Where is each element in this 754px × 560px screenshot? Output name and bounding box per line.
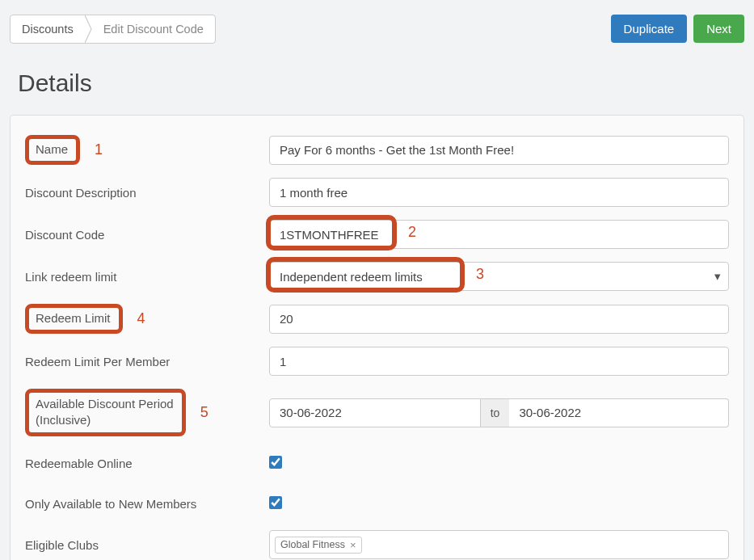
redeem-limit-label: Redeem Limit: [36, 311, 111, 325]
breadcrumb-edit: Edit Discount Code: [92, 15, 215, 43]
date-to-addon: to: [481, 398, 510, 427]
redeem-limit-per-member-label: Redeem Limit Per Member: [25, 355, 170, 368]
breadcrumb: Discounts Edit Discount Code: [10, 15, 216, 44]
annotation-number-5: 5: [200, 404, 209, 421]
annotation-number-1: 1: [95, 141, 103, 158]
breadcrumb-label: Discounts: [22, 23, 74, 36]
breadcrumb-discounts[interactable]: Discounts: [11, 15, 85, 43]
available-period-label: Available Discount Period (Inclusive): [36, 397, 174, 427]
only-new-members-label: Only Available to New Members: [25, 497, 196, 511]
club-tag: Global Fitness ×: [275, 537, 362, 554]
date-from-input[interactable]: [269, 398, 481, 427]
annotation-highlight-5: Available Discount Period (Inclusive): [25, 389, 186, 436]
code-input[interactable]: [269, 220, 729, 249]
eligible-clubs-input[interactable]: Global Fitness ×: [269, 530, 729, 559]
club-tag-label: Global Fitness: [280, 539, 345, 550]
close-icon[interactable]: ×: [350, 539, 356, 551]
annotation-number-3: 3: [476, 266, 484, 283]
annotation-number-2: 2: [408, 224, 416, 241]
link-redeem-limit-label: Link redeem limit: [25, 270, 116, 284]
annotation-highlight-1: Name: [25, 135, 80, 165]
breadcrumb-label: Edit Discount Code: [103, 23, 204, 36]
annotation-highlight-4: Redeem Limit: [25, 304, 123, 334]
link-redeem-limit-select[interactable]: Independent redeem limits: [269, 262, 729, 291]
redeemable-online-checkbox[interactable]: [269, 456, 282, 469]
eligible-clubs-label: Eligible Clubs: [25, 538, 99, 552]
description-input[interactable]: [269, 178, 729, 207]
redeem-limit-per-member-input[interactable]: [269, 347, 729, 376]
description-label: Discount Description: [25, 186, 137, 200]
redeemable-online-label: Redeemable Online: [25, 457, 133, 470]
annotation-number-4: 4: [137, 310, 145, 327]
duplicate-button[interactable]: Duplicate: [611, 15, 688, 43]
code-label: Discount Code: [25, 228, 104, 242]
name-input[interactable]: [269, 136, 729, 165]
chevron-right-icon: [85, 15, 92, 43]
name-label: Name: [36, 142, 68, 156]
redeem-limit-input[interactable]: [269, 305, 729, 334]
details-panel: Name 1 Discount Description Discount Cod…: [10, 115, 744, 560]
date-to-input[interactable]: [509, 398, 729, 427]
page-title: Details: [18, 69, 744, 97]
next-button[interactable]: Next: [693, 15, 744, 43]
only-new-members-checkbox[interactable]: [269, 496, 282, 509]
